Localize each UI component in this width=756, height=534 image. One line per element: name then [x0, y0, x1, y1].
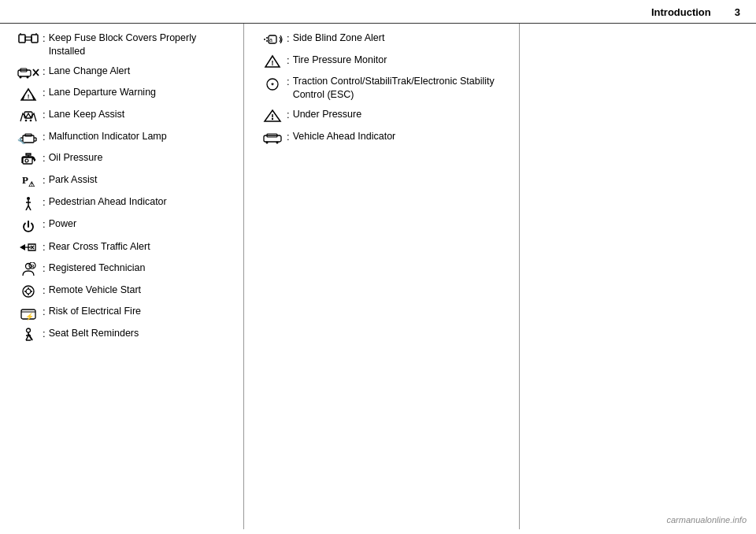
vehicle-ahead-indicator-icon [260, 130, 285, 146]
park-assist-icon: P⚠ [16, 173, 41, 189]
list-item: : Seat Belt Reminders [16, 327, 232, 343]
svg-line-46 [26, 336, 28, 340]
entry-label: Keep Fuse Block Covers Properly Installe… [49, 32, 232, 58]
svg-rect-5 [18, 70, 31, 76]
colon: : [43, 108, 46, 122]
svg-text:!: ! [272, 59, 274, 67]
entry-label: Rear Cross Traffic Alert [49, 240, 150, 254]
colon: : [43, 173, 46, 187]
colon: : [43, 65, 46, 79]
colon: : [43, 240, 46, 254]
rear-cross-traffic-alert-icon [16, 240, 41, 256]
tire-pressure-monitor-icon: ! [260, 54, 285, 69]
colon: : [287, 32, 290, 46]
list-item: : Remote Vehicle Start [16, 284, 232, 299]
registered-technician-icon: R [16, 261, 41, 277]
svg-line-45 [28, 334, 32, 340]
entry-label: Park Assist [49, 173, 98, 187]
colon: : [43, 284, 46, 298]
page-header: Introduction 3 [0, 0, 756, 24]
list-item: : Oil Pressure [16, 151, 232, 167]
traction-control-icon: * [260, 75, 285, 92]
under-pressure-icon [260, 108, 285, 124]
list-item: : Rear Cross Traffic Alert [16, 240, 232, 256]
list-item: : Power [16, 217, 232, 234]
svg-point-61 [266, 141, 269, 143]
left-column: : Keep Fuse Block Covers Properly Instal… [0, 24, 244, 529]
header-title: Introduction [651, 6, 711, 18]
colon: : [43, 86, 46, 100]
colon: : [287, 54, 290, 68]
entry-label: Power [49, 217, 76, 231]
list-item: : Under Pressure [260, 108, 507, 124]
pedestrian-ahead-indicator-icon [16, 195, 41, 211]
svg-rect-1 [25, 37, 32, 40]
header-page-number: 3 [735, 6, 740, 18]
entry-label: Malfunction Indicator Lamp [49, 130, 167, 143]
power-icon [16, 217, 41, 234]
svg-point-26 [25, 159, 28, 162]
colon: : [43, 217, 46, 232]
fuse-block-icon [16, 32, 41, 46]
svg-point-57 [272, 118, 273, 120]
svg-text:!: ! [28, 93, 30, 100]
svg-point-16 [30, 120, 32, 122]
colon: : [287, 108, 290, 122]
entry-label: Risk of Electrical Fire [49, 305, 141, 318]
list-item: : Lane Keep Assist [16, 108, 232, 124]
svg-point-52 [266, 40, 268, 42]
svg-point-43 [27, 328, 31, 332]
entry-label: Remote Vehicle Start [49, 284, 141, 297]
colon: : [43, 130, 46, 144]
svg-point-39 [26, 289, 31, 294]
colon: : [43, 261, 46, 276]
colon: : [287, 75, 290, 89]
watermark: carmanualonline.info [666, 515, 747, 525]
svg-text:🔧: 🔧 [17, 137, 27, 144]
list-item: : Pedestrian Ahead Indicator [16, 195, 232, 211]
colon: : [43, 151, 46, 165]
content-area: : Keep Fuse Block Covers Properly Instal… [0, 24, 756, 529]
svg-point-15 [25, 120, 28, 122]
list-item: : Lane Change Alert [16, 65, 232, 80]
empty-column [520, 24, 756, 529]
list-item: : Vehicle Ahead Indicator [260, 130, 507, 146]
svg-rect-0 [19, 35, 25, 43]
list-item: ! : Lane Departure Warning [16, 86, 232, 102]
svg-text:R: R [31, 264, 35, 269]
entry-label: Lane Departure Warning [49, 86, 156, 99]
svg-point-50 [264, 39, 265, 40]
svg-point-51 [266, 37, 268, 39]
lane-change-alert-icon [16, 65, 41, 80]
colon: : [43, 305, 46, 319]
colon: : [43, 195, 46, 210]
colon: : [43, 327, 46, 341]
list-item: a : Side Blind Zone Alert [260, 32, 507, 47]
entry-label: Registered Technician [49, 261, 146, 275]
svg-point-8 [27, 76, 29, 79]
svg-rect-2 [32, 35, 38, 43]
svg-point-27 [27, 197, 30, 200]
entry-label: Lane Change Alert [49, 65, 131, 78]
entry-label: Tire Pressure Monitor [293, 54, 387, 67]
colon: : [43, 32, 46, 46]
svg-text:*: * [271, 81, 274, 89]
entry-label: Lane Keep Assist [49, 108, 125, 121]
svg-line-31 [28, 206, 31, 210]
list-item: * : Traction Control/StabiliTrak/Electro… [260, 75, 507, 102]
list-item: R : Registered Technician [16, 261, 232, 277]
list-item: P⚠ : Park Assist [16, 173, 232, 189]
list-item: ⚡ : Risk of Electrical Fire [16, 305, 232, 321]
entry-label: Seat Belt Reminders [49, 327, 139, 340]
right-column: a : Side Blind Zone Alert ! : Tire Press… [244, 24, 520, 529]
colon: : [287, 130, 290, 144]
seat-belt-reminders-icon [16, 327, 41, 343]
page-container: Introduction 3 : Keep Fuse Block Covers … [0, 0, 756, 534]
list-item: ! : Tire Pressure Monitor [260, 54, 507, 69]
svg-line-30 [26, 206, 28, 210]
svg-rect-59 [264, 135, 281, 142]
svg-text:a: a [269, 37, 272, 43]
oil-pressure-icon [16, 151, 41, 167]
svg-point-7 [20, 76, 22, 79]
entry-label: Oil Pressure [49, 151, 103, 165]
